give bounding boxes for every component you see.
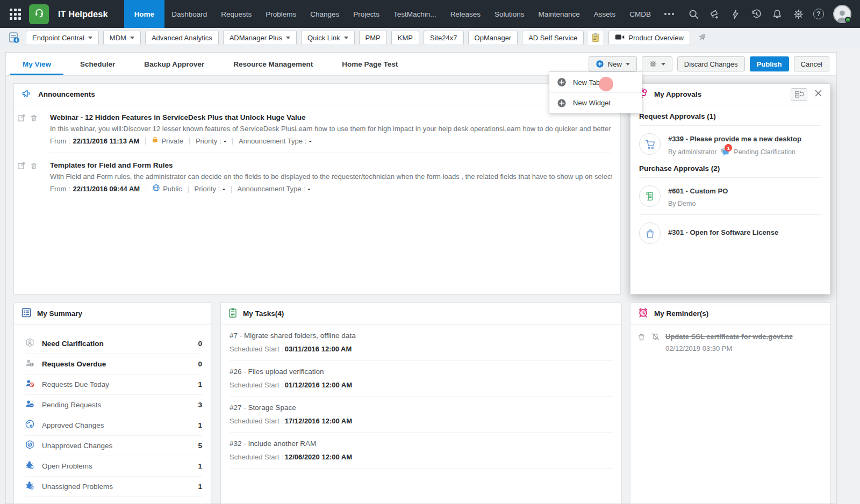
- discard-changes-button[interactable]: Discard Changes: [677, 56, 745, 71]
- publish-button[interactable]: Publish: [750, 56, 789, 71]
- nav-item-assets[interactable]: Assets: [587, 0, 623, 28]
- summary-row-need-clarification[interactable]: Need Clarification 0: [25, 334, 202, 354]
- task-item[interactable]: #27 - Storage Space Scheduled Start :17/…: [230, 397, 613, 433]
- widget-title: My Reminder(s): [654, 309, 708, 318]
- main-menu: Home Dashboard Requests Problems Changes…: [124, 0, 680, 28]
- summary-row-pending-requests[interactable]: Pending Requests 3: [25, 395, 202, 415]
- summary-row-unassigned-problems[interactable]: Unassigned Problems 1: [25, 477, 202, 497]
- summary-row-requests-due-today[interactable]: Requests Due Today 1: [25, 375, 202, 395]
- reminder-title: Update SSL certificate for wdc.govt.nz: [665, 332, 793, 341]
- helpdesk-logo[interactable]: [29, 4, 49, 24]
- user-avatar[interactable]: [833, 5, 851, 23]
- nav-item-home[interactable]: Home: [124, 0, 165, 28]
- help-icon[interactable]: ?: [813, 9, 824, 19]
- product-overview-button[interactable]: Product Overview: [608, 31, 690, 45]
- shopping-cart-icon: [639, 133, 661, 155]
- summary-row-approved-changes[interactable]: Approved Changes 1: [25, 415, 202, 436]
- edit-icon[interactable]: [17, 162, 25, 201]
- purchase-approvals-section-title: Purchase Approvals (2): [639, 163, 821, 178]
- summary-row-open-problems[interactable]: Open Problems 1: [25, 456, 202, 477]
- clarification-chat-icon: 1: [720, 148, 730, 156]
- chevron-down-icon: [286, 37, 290, 39]
- edit-icon[interactable]: [17, 114, 25, 153]
- nav-item-cmdb[interactable]: CMDB: [622, 0, 658, 28]
- kmp-button[interactable]: KMP: [391, 31, 419, 45]
- site24x7-button[interactable]: Site24x7: [424, 31, 464, 45]
- switch-layout-icon[interactable]: [791, 88, 807, 101]
- lock-icon: [152, 136, 159, 146]
- tab-backup-approver[interactable]: Backup Approver: [130, 53, 219, 75]
- task-item[interactable]: #7 - Migrate shared folders, offline dat…: [230, 325, 613, 361]
- announcement-title[interactable]: Templates for Field and Form Rules: [50, 160, 612, 170]
- cancel-button[interactable]: Cancel: [794, 56, 829, 71]
- approval-item[interactable]: #339 - Please provide me a new desktop B…: [639, 126, 821, 163]
- tasks-clipboard-icon: [228, 307, 238, 320]
- approval-item[interactable]: #301 - Open for Software License: [639, 214, 821, 251]
- alarm-off-icon[interactable]: [651, 333, 660, 343]
- release-notes-icon[interactable]: [588, 31, 603, 45]
- unassigned-problems-icon: [25, 480, 35, 493]
- approval-title[interactable]: #301 - Open for Software License: [668, 228, 778, 237]
- page-settings-button[interactable]: [642, 56, 672, 71]
- approval-title[interactable]: #339 - Please provide me a new desktop: [668, 134, 801, 143]
- ad-self-service-button[interactable]: AD Self Service: [522, 31, 584, 45]
- new-dropdown-button[interactable]: New: [589, 56, 637, 71]
- search-icon[interactable]: [687, 8, 699, 20]
- task-item[interactable]: #32 - Include another RAM Scheduled Star…: [230, 433, 613, 469]
- video-camera-icon: [615, 33, 625, 42]
- announcement-item[interactable]: Webinar - 12 Hidden Features in ServiceD…: [14, 105, 620, 153]
- announcement-title[interactable]: Webinar - 12 Hidden Features in ServiceD…: [50, 112, 612, 123]
- task-scheduled-start: 12/06/2020 12:00 AM: [285, 453, 352, 461]
- quick-link-button[interactable]: Quick Link: [301, 31, 355, 45]
- nav-item-testmachine[interactable]: TestMachin...: [386, 0, 443, 28]
- add-announcement-icon[interactable]: [708, 8, 720, 20]
- more-menu-icon[interactable]: [658, 0, 680, 28]
- tab-my-view[interactable]: My View: [8, 53, 66, 75]
- nav-item-maintenance[interactable]: Maintenance: [531, 0, 586, 28]
- tab-scheduler[interactable]: Scheduler: [66, 53, 130, 75]
- app-title: IT Helpdesk: [58, 9, 108, 19]
- close-icon[interactable]: [814, 89, 823, 100]
- app-grid-icon[interactable]: [10, 9, 21, 20]
- mdm-button[interactable]: MDM: [103, 31, 141, 45]
- announcement-description: With Field and Form rules, the administr…: [50, 171, 612, 182]
- menu-item-new-widget[interactable]: New Widget: [549, 92, 642, 113]
- nav-item-problems[interactable]: Problems: [259, 0, 303, 28]
- quick-actions-icon[interactable]: [729, 8, 741, 20]
- opmanager-button[interactable]: OpManager: [468, 31, 518, 45]
- settings-gear-icon[interactable]: [792, 8, 804, 20]
- rocket-icon[interactable]: [694, 31, 710, 45]
- advanced-analytics-button[interactable]: Advanced Analytics: [145, 31, 219, 45]
- my-summary-widget: My Summary Need Clarification 0 Requests…: [13, 303, 211, 504]
- delete-trash-icon[interactable]: [30, 114, 38, 153]
- approval-title[interactable]: #601 - Custom PO: [668, 186, 728, 196]
- summary-row-unapproved-changes[interactable]: Unapproved Changes 5: [25, 436, 202, 456]
- endpoint-central-button[interactable]: Endpoint Central: [26, 31, 99, 45]
- task-item[interactable]: #26 - Files upload verification Schedule…: [230, 361, 613, 397]
- tab-home-page-test[interactable]: Home Page Test: [327, 53, 412, 75]
- request-approvals-section-title: Request Approvals (1): [639, 105, 821, 126]
- add-page-icon[interactable]: [6, 31, 22, 45]
- approval-item[interactable]: #601 - Custom PO By Demo: [639, 178, 821, 214]
- reminder-item[interactable]: Update SSL certificate for wdc.govt.nz 0…: [630, 325, 830, 352]
- summary-row-requests-overdue[interactable]: Requests Overdue 0: [25, 354, 202, 375]
- admanager-plus-button[interactable]: ADManager Plus: [223, 31, 297, 45]
- nav-item-changes[interactable]: Changes: [303, 0, 346, 28]
- nav-item-projects[interactable]: Projects: [346, 0, 386, 28]
- tab-resource-management[interactable]: Resource Management: [219, 53, 327, 75]
- delete-trash-icon[interactable]: [637, 333, 646, 343]
- nav-item-requests[interactable]: Requests: [214, 0, 259, 28]
- nav-item-dashboard[interactable]: Dashboard: [164, 0, 214, 28]
- chevron-down-icon: [344, 37, 348, 39]
- nav-item-solutions[interactable]: Solutions: [488, 0, 532, 28]
- megaphone-icon: [21, 88, 33, 101]
- announcement-item[interactable]: Templates for Field and Form Rules With …: [14, 153, 620, 201]
- delete-trash-icon[interactable]: [30, 162, 38, 201]
- nav-item-releases[interactable]: Releases: [443, 0, 488, 28]
- menu-item-new-tab[interactable]: New Tab: [549, 72, 642, 92]
- requests-due-today-icon: [25, 378, 35, 391]
- history-icon[interactable]: [750, 8, 762, 20]
- pmp-button[interactable]: PMP: [359, 31, 387, 45]
- task-scheduled-start: 17/12/2016 12:00 AM: [285, 417, 352, 425]
- notifications-bell-icon[interactable]: [771, 8, 783, 20]
